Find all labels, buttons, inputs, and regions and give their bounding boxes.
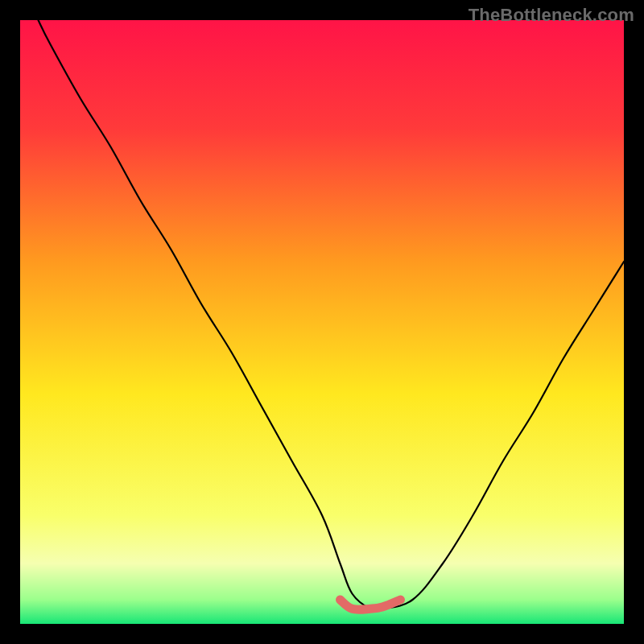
chart-frame: TheBottleneck.com [0, 0, 644, 644]
bottom-highlight [341, 600, 401, 609]
plot-area [20, 20, 624, 624]
watermark-text: TheBottleneck.com [469, 5, 634, 26]
bottleneck-curve [39, 20, 625, 610]
curve-layer [20, 20, 624, 624]
